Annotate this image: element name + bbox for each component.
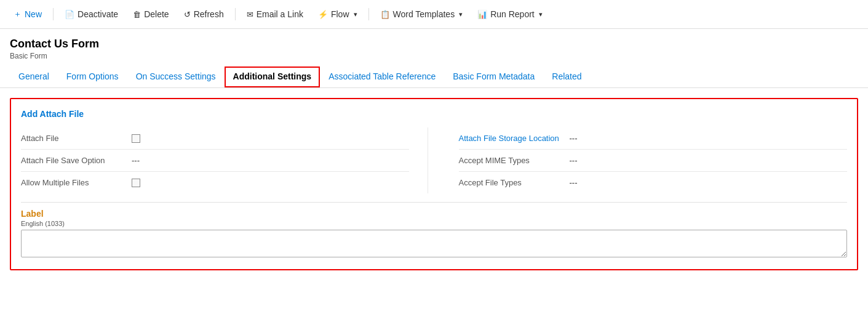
add-attach-file-section: Add Attach File Attach File Attach File … [10, 98, 858, 270]
content-area: Add Attach File Attach File Attach File … [0, 88, 868, 280]
delete-button[interactable]: 🗑 Delete [127, 6, 175, 23]
tabs-bar: General Form Options On Success Settings… [0, 67, 868, 88]
divider2 [235, 8, 236, 20]
refresh-icon: ↺ [184, 10, 191, 19]
divider [53, 8, 54, 20]
allow-multiple-files-row: Allow Multiple Files [21, 172, 409, 193]
tab-basic-form-metadata[interactable]: Basic Form Metadata [444, 67, 543, 87]
new-label: New [25, 9, 42, 19]
tab-associated-table-reference[interactable]: Associated Table Reference [320, 67, 444, 87]
accept-file-types-label: Accept File Types [459, 178, 570, 187]
tab-additional-settings[interactable]: Additional Settings [225, 67, 321, 87]
attach-file-storage-location-value: --- [570, 134, 578, 143]
word-templates-button[interactable]: 📋 Word Templates ▾ [374, 6, 469, 23]
fields-grid: Attach File Attach File Save Option --- … [21, 127, 847, 193]
page-subtitle: Basic Form [10, 52, 858, 60]
delete-icon: 🗑 [133, 10, 141, 19]
email-link-button[interactable]: ✉ Email a Link [241, 6, 309, 23]
tab-on-success-settings[interactable]: On Success Settings [127, 67, 225, 87]
flow-label: Flow [331, 9, 349, 19]
word-templates-icon: 📋 [380, 10, 390, 19]
label-input[interactable] [21, 230, 847, 257]
tab-form-options[interactable]: Form Options [58, 67, 127, 87]
accept-file-types-value: --- [570, 178, 578, 187]
allow-multiple-files-checkbox[interactable] [132, 179, 140, 187]
divider3 [368, 8, 369, 20]
flow-button[interactable]: ⚡ Flow ▾ [312, 6, 364, 23]
attach-file-storage-location-label: Attach File Storage Location [459, 134, 570, 143]
section-title: Add Attach File [21, 109, 847, 119]
deactivate-icon: 📄 [65, 10, 74, 19]
email-link-label: Email a Link [257, 9, 303, 19]
tab-general[interactable]: General [10, 67, 58, 87]
attach-file-checkbox[interactable] [132, 134, 140, 143]
flow-icon: ⚡ [318, 10, 328, 19]
delete-label: Delete [144, 9, 169, 19]
page-header: Contact Us Form Basic Form [0, 29, 868, 60]
accept-file-types-row: Accept File Types --- [459, 172, 848, 193]
run-report-icon: 📊 [477, 10, 487, 19]
refresh-button[interactable]: ↺ Refresh [178, 6, 230, 23]
accept-mime-types-label: Accept MIME Types [459, 156, 570, 165]
flow-chevron-icon: ▾ [354, 10, 357, 18]
attach-file-save-option-label: Attach File Save Option [21, 156, 132, 165]
lang-label: English (1033) [21, 220, 847, 227]
tab-related[interactable]: Related [543, 67, 590, 87]
deactivate-button[interactable]: 📄 Deactivate [58, 6, 124, 23]
label-heading: Label [21, 209, 847, 219]
attach-file-row: Attach File [21, 127, 409, 150]
run-report-button[interactable]: 📊 Run Report ▾ [471, 6, 549, 23]
allow-multiple-files-label: Allow Multiple Files [21, 178, 132, 187]
plus-icon: ＋ [14, 9, 22, 20]
toolbar: ＋ New 📄 Deactivate 🗑 Delete ↺ Refresh ✉ … [0, 0, 868, 29]
deactivate-label: Deactivate [78, 9, 118, 19]
accept-mime-types-value: --- [570, 156, 578, 165]
attach-file-label: Attach File [21, 134, 132, 143]
right-column: Attach File Storage Location --- Accept … [440, 127, 848, 193]
accept-mime-types-row: Accept MIME Types --- [459, 150, 848, 172]
email-icon: ✉ [247, 10, 253, 19]
attach-file-save-option-value: --- [132, 156, 140, 165]
run-report-chevron-icon: ▾ [539, 10, 543, 18]
attach-file-save-option-row: Attach File Save Option --- [21, 150, 409, 172]
left-column: Attach File Attach File Save Option --- … [21, 127, 428, 193]
word-templates-label: Word Templates [393, 9, 455, 19]
word-templates-chevron-icon: ▾ [459, 10, 463, 18]
label-section: Label English (1033) [21, 202, 847, 259]
attach-file-storage-location-row: Attach File Storage Location --- [459, 127, 848, 150]
page-title: Contact Us Form [10, 38, 858, 50]
refresh-label: Refresh [194, 9, 224, 19]
run-report-label: Run Report [490, 9, 535, 19]
new-button[interactable]: ＋ New [7, 5, 48, 23]
